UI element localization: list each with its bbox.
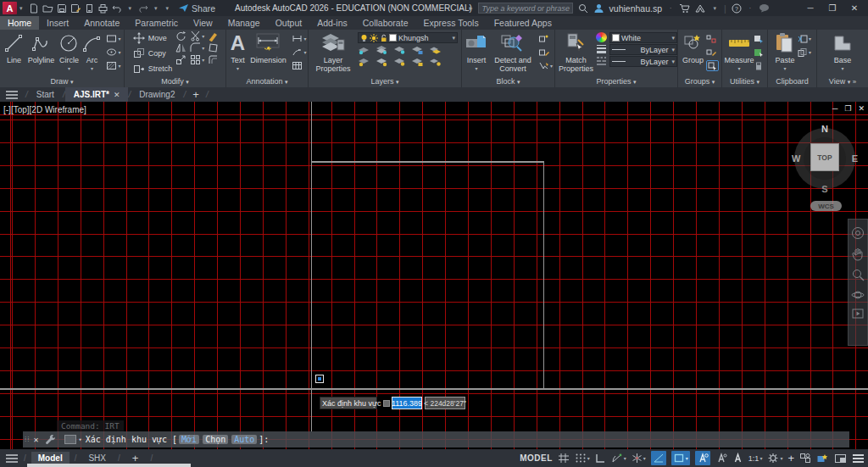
snap-mode-icon[interactable] (575, 453, 587, 464)
autodesk-icon[interactable] (695, 4, 705, 13)
close-button[interactable]: ✕ (846, 3, 863, 13)
viewcube-north[interactable]: N (821, 124, 828, 134)
osnap-caret-icon[interactable]: ▾ (686, 455, 688, 461)
hatch-icon[interactable] (106, 61, 117, 70)
insert-button[interactable]: Insert ▾ (464, 31, 489, 73)
group-button[interactable]: Group (682, 31, 705, 64)
filetab-ajsirt[interactable]: AJS.IRT*✕ (65, 87, 129, 102)
mirror-icon[interactable] (175, 42, 186, 53)
viewport-close-icon[interactable]: ✕ (858, 104, 865, 113)
layer-dropdown[interactable]: Khungsh ▾ (358, 32, 458, 43)
search-expand-icon[interactable]: ▸ (470, 4, 473, 12)
group-selection-icon[interactable] (708, 62, 717, 70)
panel-label-annotation[interactable]: Annotation ▾ (226, 76, 308, 87)
clean-screen-icon[interactable] (834, 453, 847, 464)
command-option-moi[interactable]: Mới (179, 435, 199, 444)
shx-tab[interactable]: SHX (81, 452, 113, 464)
command-line[interactable]: ⁞⁞ ✕ ▾ Xác định khu vực [ Mới Chọn Auto … (23, 431, 849, 448)
base-button[interactable]: Base ▾ (829, 31, 856, 73)
panel-label-utilities[interactable]: Utilities ▾ (722, 76, 767, 87)
erase-icon[interactable] (208, 31, 219, 42)
workspace-caret-icon[interactable]: ▾ (780, 455, 782, 461)
share-button[interactable]: Share (178, 3, 215, 14)
leader-icon[interactable] (292, 47, 303, 57)
panel-label-view[interactable]: View ▾ » (817, 76, 868, 87)
customization-plus-icon[interactable]: + (787, 452, 794, 464)
layer-isolate-icon[interactable] (376, 45, 388, 55)
tab-home[interactable]: Home (0, 16, 39, 30)
select-all-icon[interactable] (754, 48, 764, 57)
paste-button[interactable]: Paste ▾ (773, 31, 797, 73)
copy-clip-icon[interactable] (798, 48, 808, 57)
polar-caret-icon[interactable]: ▾ (624, 455, 626, 461)
layer-unsaved-icon[interactable] (376, 57, 388, 67)
circle-button[interactable]: Circle ▾ (57, 31, 81, 73)
workspace-gear-icon[interactable] (767, 453, 779, 464)
layer-state-icon[interactable] (393, 57, 406, 67)
dyninput-value-field[interactable]: 1116.389 (392, 397, 422, 409)
explode-icon[interactable] (208, 42, 219, 53)
otrack-icon[interactable] (653, 453, 665, 464)
linear-dimension-icon[interactable] (292, 34, 303, 43)
grid-display-icon[interactable] (558, 453, 570, 464)
dimension-button[interactable]: Dimension (248, 31, 288, 64)
layer-match-icon[interactable] (429, 45, 442, 55)
layer-lock-icon[interactable] (411, 45, 424, 55)
model-tab[interactable]: Model (31, 452, 70, 464)
rectangle-caret-icon[interactable]: ▾ (118, 36, 120, 42)
tab-collaborate[interactable]: Collaborate (355, 16, 416, 30)
save-as-icon[interactable] (70, 3, 81, 14)
isodraft-caret-icon[interactable]: ▾ (643, 455, 646, 461)
isolate-objects-icon[interactable] (816, 453, 829, 464)
panel-label-clipboard[interactable]: Clipboard (768, 76, 816, 87)
polar-tracking-icon[interactable] (611, 453, 623, 464)
trim-caret-icon[interactable]: ▾ (202, 33, 204, 39)
block-edit-icon[interactable] (538, 34, 549, 43)
navigation-bar[interactable] (848, 219, 868, 346)
new-drawing-button[interactable]: + (192, 88, 199, 101)
viewcube-south[interactable]: S (821, 184, 827, 194)
scale-icon[interactable] (175, 54, 186, 65)
ungroup-icon[interactable] (706, 35, 716, 43)
block-attach-caret-icon[interactable]: ▾ (550, 63, 553, 69)
text-button[interactable]: A Text ▾ (227, 31, 248, 73)
help-caret-icon[interactable]: · (749, 5, 751, 11)
match-properties-button[interactable]: Match Properties (557, 31, 595, 73)
fillet-caret-icon[interactable]: ▾ (202, 45, 204, 51)
viewcube[interactable]: TOP N S W E (793, 126, 857, 191)
scale-value-button[interactable]: 1:1▾ (748, 454, 763, 463)
undo-icon[interactable] (112, 3, 123, 13)
measure-button[interactable]: Measure ▾ (726, 31, 753, 73)
ellipse-icon[interactable] (106, 47, 117, 57)
customize-menu-icon[interactable] (852, 453, 865, 464)
command-option-chon[interactable]: Chọn (203, 435, 228, 444)
panel-label-modify[interactable]: Modify ▾ (125, 76, 225, 87)
restore-button[interactable]: ❐ (824, 3, 841, 13)
fillet-icon[interactable] (190, 42, 201, 53)
user-avatar-icon[interactable] (593, 3, 604, 14)
block-attach-icon[interactable] (538, 61, 549, 70)
block-write-icon[interactable] (538, 47, 549, 57)
customize-wrench-icon[interactable] (45, 434, 56, 445)
ellipse-caret-icon[interactable]: ▾ (118, 49, 120, 55)
leader-caret-icon[interactable]: ▾ (303, 49, 306, 55)
array-icon[interactable] (190, 54, 201, 65)
rotate-icon[interactable] (175, 31, 186, 42)
viewport-controls[interactable]: [-][Top][2D Wireframe] (3, 105, 86, 114)
color-dropdown[interactable]: White ▾ (609, 32, 677, 43)
viewport-minimize-icon[interactable]: ─ (832, 104, 837, 113)
filetabs-menu-icon[interactable] (5, 90, 19, 100)
layer-previous-icon[interactable] (358, 57, 370, 67)
new-layout-button[interactable]: + (132, 452, 139, 464)
linetype-dropdown[interactable]: ByLayer ▾ (609, 56, 677, 67)
command-grip[interactable]: ⁞⁞ (25, 436, 30, 443)
line-button[interactable]: Line (3, 31, 25, 64)
scale-caret-icon[interactable]: ▾ (760, 455, 762, 461)
offset-icon[interactable] (208, 54, 219, 65)
recent-commands-caret-icon[interactable]: ▾ (78, 436, 81, 443)
layout-menu-icon[interactable] (5, 453, 19, 464)
open-folder-icon[interactable] (42, 3, 53, 14)
tab-output[interactable]: Output (268, 16, 310, 30)
drawing-line-top[interactable] (311, 161, 544, 163)
recent-commands-icon[interactable] (64, 435, 76, 444)
